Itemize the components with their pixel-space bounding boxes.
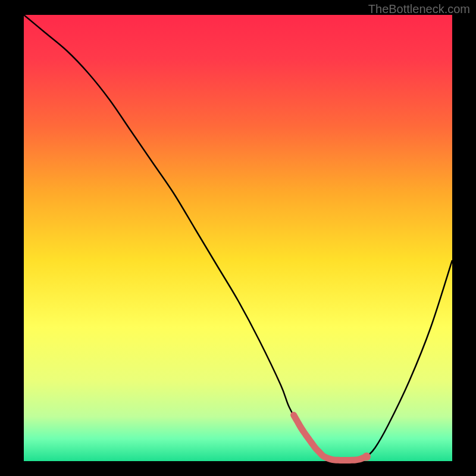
chart-svg — [24, 15, 452, 461]
chart-plot-area — [24, 15, 452, 461]
optimal-range-highlight — [294, 415, 367, 461]
watermark-text: TheBottleneck.com — [368, 2, 470, 16]
bottleneck-curve — [24, 15, 452, 461]
optimal-marker-dot — [362, 453, 371, 461]
